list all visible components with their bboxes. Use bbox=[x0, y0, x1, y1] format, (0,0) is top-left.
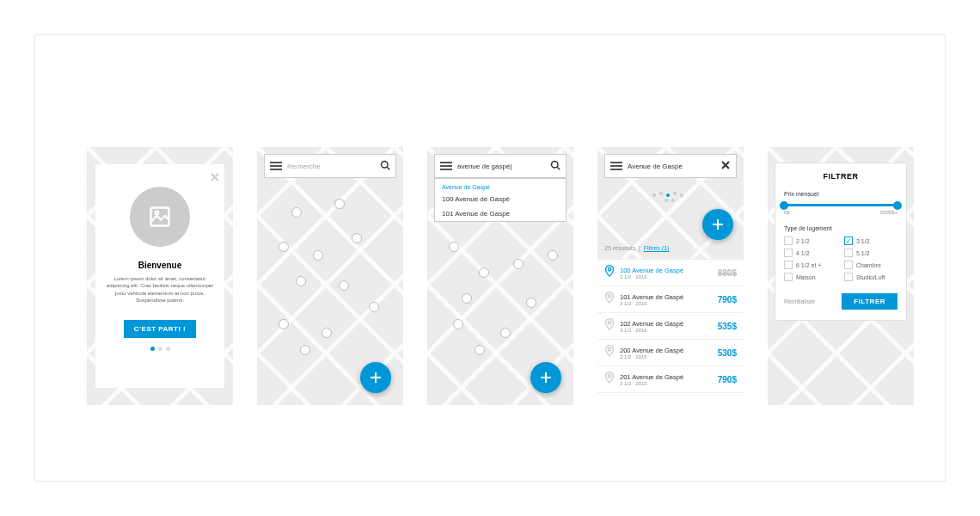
results-list[interactable]: 100 Avenue de Gaspé3 1/2 · 2016880$101 A… bbox=[597, 259, 744, 405]
reset-button[interactable]: Réinitialiser bbox=[784, 298, 815, 304]
onboarding-body: Lorem ipsum dolor sit amet, consectetur … bbox=[106, 275, 214, 304]
clear-icon[interactable] bbox=[720, 158, 731, 174]
search-bar[interactable]: avenue de gaspé| bbox=[434, 154, 567, 178]
fab-add-button[interactable] bbox=[360, 362, 391, 393]
result-title: 201 Avenue de Gaspé bbox=[620, 373, 713, 381]
price-slider[interactable] bbox=[784, 204, 897, 206]
search-icon[interactable] bbox=[380, 158, 390, 174]
filter-panel: FILTRER Prix mensuel 0$ 5000$+ Type de l… bbox=[775, 163, 907, 321]
slider-min-handle[interactable] bbox=[780, 201, 788, 210]
result-row[interactable]: 201 Avenue de Gaspé3 1/2 · 2015790$ bbox=[597, 366, 744, 393]
menu-icon[interactable] bbox=[270, 162, 282, 170]
price-label: Prix mensuel bbox=[784, 191, 897, 197]
result-row[interactable]: 102 Avenue de Gaspé3 1/2 · 2016535$ bbox=[597, 313, 744, 340]
svg-line-7 bbox=[557, 167, 560, 169]
result-price: 790$ bbox=[718, 375, 737, 384]
type-checkbox[interactable]: 4 1/2 bbox=[784, 249, 837, 257]
result-row[interactable]: 101 Avenue de Gaspé3 1/2 · 2016790$ bbox=[597, 286, 744, 313]
search-icon[interactable] bbox=[550, 158, 560, 174]
suggestion-item[interactable]: 100 Avenue de Gaspé bbox=[435, 192, 566, 206]
result-subtitle: 3 1/2 · 2015 bbox=[620, 381, 713, 386]
svg-point-15 bbox=[608, 348, 611, 352]
dot-2[interactable] bbox=[158, 347, 162, 351]
autocomplete-dropdown: Avenue de Gaspé 100 Avenue de Gaspé 101 … bbox=[434, 178, 567, 222]
checkbox-label: 3 1/2 bbox=[856, 238, 870, 244]
checkbox-label: Chambre bbox=[856, 262, 881, 268]
search-bar[interactable]: Recherche bbox=[264, 154, 396, 178]
result-price: 535$ bbox=[718, 322, 737, 331]
svg-point-1 bbox=[156, 212, 159, 215]
filters-link[interactable]: Filtres (1) bbox=[644, 245, 670, 251]
search-input[interactable]: avenue de gaspé| bbox=[457, 163, 545, 170]
checkbox-icon bbox=[844, 273, 853, 281]
filter-title: FILTRER bbox=[784, 172, 897, 181]
checkbox-icon bbox=[844, 236, 853, 245]
menu-icon[interactable] bbox=[610, 162, 622, 170]
image-placeholder-icon bbox=[130, 187, 190, 247]
search-bar[interactable]: Avenue de Gaspé bbox=[604, 154, 737, 178]
screen-map-autocomplete: avenue de gaspé| Avenue de Gaspé 100 Ave… bbox=[427, 147, 573, 405]
svg-point-12 bbox=[608, 268, 611, 272]
suggestion-item[interactable]: 101 Avenue de Gaspé bbox=[435, 206, 566, 221]
results-count: 25 résultats bbox=[604, 245, 635, 251]
svg-point-13 bbox=[608, 295, 611, 298]
type-checkbox[interactable]: 3 1/2 bbox=[844, 236, 897, 245]
checkbox-label: 5 1/2 bbox=[856, 250, 870, 256]
result-subtitle: 3 1/2 · 2016 bbox=[620, 301, 713, 306]
pin-icon bbox=[604, 292, 615, 307]
apply-filter-button[interactable]: FILTRER bbox=[842, 293, 897, 310]
result-subtitle: 3 1/2 · 2016 bbox=[620, 328, 713, 333]
screen-map-search: Recherche bbox=[257, 147, 403, 405]
close-button[interactable] bbox=[211, 169, 219, 185]
result-row[interactable]: 100 Avenue de Gaspé3 1/2 · 2016880$ bbox=[597, 259, 744, 286]
type-checkbox[interactable]: Maison bbox=[784, 273, 837, 281]
pin-icon bbox=[604, 372, 615, 387]
result-title: 200 Avenue de Gaspé bbox=[620, 347, 713, 354]
checkbox-icon bbox=[784, 273, 793, 281]
search-input[interactable]: Avenue de Gaspé bbox=[628, 163, 715, 170]
results-header: 25 résultats | Filtres (1) bbox=[604, 245, 669, 251]
result-title: 100 Avenue de Gaspé bbox=[620, 267, 713, 274]
canvas-frame: Bienvenue Lorem ipsum dolor sit amet, co… bbox=[34, 34, 946, 482]
fab-add-button[interactable] bbox=[702, 209, 733, 240]
type-checkbox[interactable]: 6 1/2 et + bbox=[784, 261, 837, 269]
screen-results: Avenue de Gaspé 25 résultats | Filtres (… bbox=[597, 147, 744, 405]
result-title: 101 Avenue de Gaspé bbox=[620, 293, 713, 301]
type-checkbox[interactable]: Studio/Loft bbox=[844, 273, 897, 281]
svg-point-16 bbox=[608, 375, 611, 378]
suggestion-header[interactable]: Avenue de Gaspé bbox=[435, 179, 566, 192]
pagination-dots bbox=[150, 347, 170, 351]
type-options: 2 1/23 1/24 1/25 1/26 1/2 et +ChambreMai… bbox=[784, 236, 897, 281]
checkbox-icon bbox=[784, 236, 793, 245]
svg-line-3 bbox=[387, 167, 389, 169]
checkbox-icon bbox=[844, 249, 853, 257]
dot-1[interactable] bbox=[150, 347, 155, 351]
screen-onboarding: Bienvenue Lorem ipsum dolor sit amet, co… bbox=[87, 147, 233, 405]
checkbox-label: 6 1/2 et + bbox=[796, 262, 821, 268]
pin-icon bbox=[604, 265, 615, 280]
checkbox-label: 4 1/2 bbox=[796, 250, 810, 256]
dot-3[interactable] bbox=[166, 347, 170, 351]
type-checkbox[interactable]: 5 1/2 bbox=[844, 249, 897, 257]
search-input[interactable]: Recherche bbox=[287, 163, 375, 170]
type-checkbox[interactable]: Chambre bbox=[844, 261, 897, 269]
slider-max-handle[interactable] bbox=[893, 201, 902, 210]
pin-icon bbox=[604, 345, 615, 360]
result-subtitle: 3 1/2 · 2016 bbox=[620, 274, 713, 280]
result-subtitle: 3 1/2 · 2015 bbox=[620, 354, 713, 359]
result-price: 880$ bbox=[718, 268, 737, 278]
result-price: 790$ bbox=[718, 295, 737, 304]
onboarding-cta-button[interactable]: C'EST PARTI ! bbox=[124, 320, 196, 338]
type-label: Type de logement bbox=[784, 225, 897, 231]
checkbox-icon bbox=[844, 261, 853, 269]
result-row[interactable]: 200 Avenue de Gaspé3 1/2 · 2015530$ bbox=[597, 340, 744, 366]
type-checkbox[interactable]: 2 1/2 bbox=[784, 236, 837, 245]
price-max: 5000$+ bbox=[880, 210, 897, 215]
pin-icon bbox=[604, 318, 615, 334]
svg-point-2 bbox=[382, 162, 389, 169]
onboarding-card: Bienvenue Lorem ipsum dolor sit amet, co… bbox=[95, 164, 224, 388]
result-title: 102 Avenue de Gaspé bbox=[620, 320, 713, 328]
menu-icon[interactable] bbox=[440, 162, 452, 170]
fab-add-button[interactable] bbox=[530, 362, 561, 393]
checkbox-icon bbox=[784, 249, 793, 257]
